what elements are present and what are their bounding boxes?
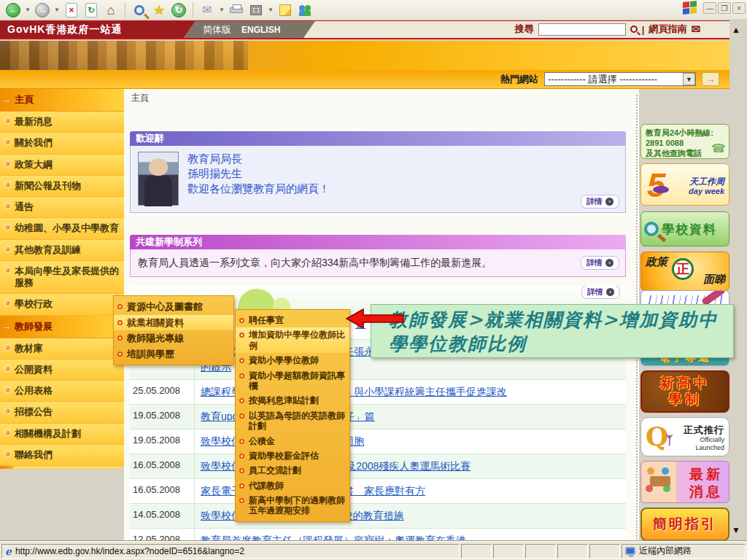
simplified-chinese-link[interactable]: 简体版 bbox=[203, 23, 231, 36]
mail-button[interactable]: ✉ bbox=[198, 1, 216, 19]
status-cell bbox=[493, 544, 524, 559]
stop-button[interactable]: × bbox=[63, 1, 80, 19]
quick-guide-badge[interactable]: 簡明指引 bbox=[640, 508, 729, 541]
bullet-icon bbox=[4, 365, 11, 372]
resize-dropdown-icon[interactable]: ▼ bbox=[267, 7, 274, 13]
mail-dropdown-icon[interactable]: ▼ bbox=[218, 7, 225, 13]
sidebar-item-about[interactable]: 關於我們 bbox=[0, 133, 124, 154]
maximize-button[interactable]: ❐ bbox=[718, 2, 731, 14]
history-button[interactable]: ↻ bbox=[170, 1, 187, 19]
officially-launched-badge[interactable]: Q ᛉ 正式推行 Officially Launched bbox=[640, 417, 729, 456]
menu-item-aided-primary-graduate-teachers[interactable]: 資助小學學位教師 bbox=[236, 353, 349, 368]
hot-sites-select[interactable]: ------------ 請選擇 ------------ ▼ bbox=[544, 72, 696, 86]
sidebar-item-related-orgs[interactable]: 相關機構及計劃 bbox=[0, 424, 124, 445]
hot-sites-go-button[interactable]: → bbox=[702, 72, 719, 86]
sidebar-item-contact[interactable]: 聯絡我們 bbox=[0, 445, 124, 466]
menu-item-resource-centres[interactable]: 資源中心及圖書館 bbox=[114, 299, 233, 315]
resize-button[interactable] bbox=[247, 1, 265, 19]
details-label: 詳情 bbox=[587, 287, 603, 298]
language-switch: 简体版 ENGLISH bbox=[184, 21, 315, 38]
latest-news-badge[interactable]: 最新 消息 bbox=[640, 461, 729, 503]
back-button[interactable]: ← bbox=[4, 1, 22, 19]
contact-mail-icon[interactable]: ✉ bbox=[691, 23, 700, 36]
intranet-zone-icon bbox=[625, 547, 635, 555]
site-search-icon[interactable] bbox=[630, 26, 638, 33]
news-date: 19.05.2008 bbox=[130, 429, 194, 446]
sidebar-item-teacher-development[interactable]: → 教師發展 bbox=[0, 316, 124, 338]
menu-item-increase-graduate-teacher-ratio[interactable]: 增加資助中學學位教師比例 bbox=[236, 327, 349, 353]
news-row: 16.05.2008 致學校信件：2008奧運馬術比賽及2008殘疾人奧運馬術比… bbox=[130, 454, 626, 479]
security-zone-label: 近端內部網路 bbox=[639, 545, 692, 557]
menu-item-label: 教師陽光專線 bbox=[127, 332, 184, 343]
minimize-button[interactable]: — bbox=[703, 2, 716, 14]
close-button[interactable]: × bbox=[732, 2, 746, 14]
sidebar-item-label: 其他教育及訓練 bbox=[15, 244, 81, 256]
menu-item-label: 資源中心及圖書館 bbox=[127, 301, 203, 312]
sidebar-item-news[interactable]: 最新消息 bbox=[0, 112, 124, 133]
five-day-week-badge[interactable]: 5 天工作周 day week bbox=[640, 163, 729, 206]
govhk-logo[interactable]: GovHK香港政府一站通 bbox=[0, 21, 196, 38]
sidebar-item-press[interactable]: 新聞公報及刊物 bbox=[0, 176, 124, 197]
news-date: 25.05.2008 bbox=[130, 380, 194, 396]
q-logo-icon: Q bbox=[646, 421, 668, 451]
details-arrow-icon: › bbox=[605, 259, 614, 267]
menu-item-staff-exchange[interactable]: 員工交流計劃 bbox=[236, 463, 349, 478]
scroll-down-icon[interactable]: ▼ bbox=[732, 525, 740, 535]
sidebar-item-resources[interactable]: 教材庫 bbox=[0, 338, 124, 359]
banner-photo-montage bbox=[0, 41, 248, 70]
english-link[interactable]: ENGLISH bbox=[241, 25, 280, 35]
favorites-button[interactable]: ★ bbox=[150, 1, 168, 19]
menu-item-nss-surplus-teachers-transition[interactable]: 新高中學制下的過剩教師五年過渡期安排 bbox=[236, 493, 349, 518]
menu-item-teacher-helpline[interactable]: 教師陽光專線 bbox=[114, 330, 233, 346]
news-details-button[interactable]: 詳情 › bbox=[581, 286, 620, 299]
menu-item-surplus-teachers-info[interactable]: 資助小學超額教師資訊專欄 bbox=[236, 368, 349, 394]
search-button[interactable] bbox=[131, 1, 148, 19]
print-button[interactable] bbox=[228, 1, 245, 19]
menu-item-label: 按揭利息津貼計劃 bbox=[249, 395, 319, 405]
sidebar-item-circulars[interactable]: 通告 bbox=[0, 197, 124, 218]
new-senior-secondary-badge[interactable]: 新高中 學制 bbox=[640, 370, 729, 413]
scroll-up-icon[interactable]: ▲ bbox=[732, 25, 740, 35]
children-illustration bbox=[644, 466, 676, 499]
policy-clarification-badge[interactable]: 政策 正 面睇 bbox=[640, 252, 729, 291]
menu-item-salary-assessment[interactable]: 資助學校薪金評估 bbox=[236, 448, 349, 463]
forward-button[interactable]: → bbox=[34, 1, 51, 19]
home-button[interactable]: ⌂ bbox=[102, 1, 120, 19]
sidebar-item-home[interactable]: → 主頁 bbox=[0, 89, 124, 112]
notes-button[interactable] bbox=[276, 1, 294, 19]
hotline-line1: 教育局24小時熱線: bbox=[646, 128, 726, 139]
sidebar-item-tender[interactable]: 招標公告 bbox=[0, 402, 124, 423]
welcome-details-button[interactable]: 詳情 › bbox=[581, 195, 619, 209]
sidebar-item-forms[interactable]: 公用表格 bbox=[0, 381, 124, 402]
bullet-icon bbox=[4, 224, 11, 230]
sidebar-item-policy[interactable]: 政策大綱 bbox=[0, 155, 124, 176]
refresh-button[interactable]: ↻ bbox=[82, 1, 100, 19]
sidebar-item-label: 主頁 bbox=[15, 93, 34, 106]
select-dropdown-icon[interactable]: ▼ bbox=[683, 73, 695, 85]
site-search-input[interactable] bbox=[538, 23, 626, 36]
sidebar-item-other-edu[interactable]: 其他教育及訓練 bbox=[0, 240, 124, 261]
hotline-badge[interactable]: 教育局24小時熱線: 2891 0088 及其他查詢電話 ☎ bbox=[640, 124, 729, 159]
sidebar-item-school-admin[interactable]: 學校行政 bbox=[0, 294, 124, 315]
nas-series-details-button[interactable]: 詳情 › bbox=[581, 256, 619, 270]
site-map-link[interactable]: 網頁指南 bbox=[649, 23, 686, 36]
menu-item-supply-teachers[interactable]: 代課教師 bbox=[236, 478, 349, 493]
menu-item-net-scheme[interactable]: 以英語為母語的英語教師計劃 bbox=[236, 408, 349, 434]
menu-item-employment-info[interactable]: 就業相關資料 bbox=[114, 315, 233, 331]
forward-dropdown-icon[interactable]: ▼ bbox=[53, 7, 61, 13]
school-info-badge[interactable]: 學校資料 bbox=[640, 211, 729, 246]
launched-en2: Launched bbox=[695, 444, 724, 451]
quick-guide-label: 簡明指引 bbox=[653, 515, 717, 534]
news-row: 19.05.2008 教育update：求職陷阱之「打工仔」篇 bbox=[130, 405, 626, 429]
menu-item-mortgage-interest-subsidy[interactable]: 按揭利息津貼計劃 bbox=[236, 393, 349, 408]
sidebar-item-services[interactable]: 本局向學生及家長提供的服務 bbox=[0, 261, 124, 295]
sidebar-item-public-info[interactable]: 公開資料 bbox=[0, 359, 124, 381]
welcome-name: 孫明揚先生 bbox=[187, 166, 618, 181]
nss-line1: 新高中 bbox=[660, 376, 711, 392]
menu-item-provident-fund[interactable]: 公積金 bbox=[236, 434, 349, 448]
sidebar-item-kg-pri-sec[interactable]: 幼稚園、小學及中學教育 bbox=[0, 218, 124, 239]
menu-item-appointment[interactable]: 聘任事宜 bbox=[236, 313, 349, 327]
back-dropdown-icon[interactable]: ▼ bbox=[24, 7, 31, 13]
menu-item-training-qualifications[interactable]: 培訓與學歷 bbox=[114, 346, 233, 362]
messenger-button[interactable] bbox=[296, 1, 314, 19]
